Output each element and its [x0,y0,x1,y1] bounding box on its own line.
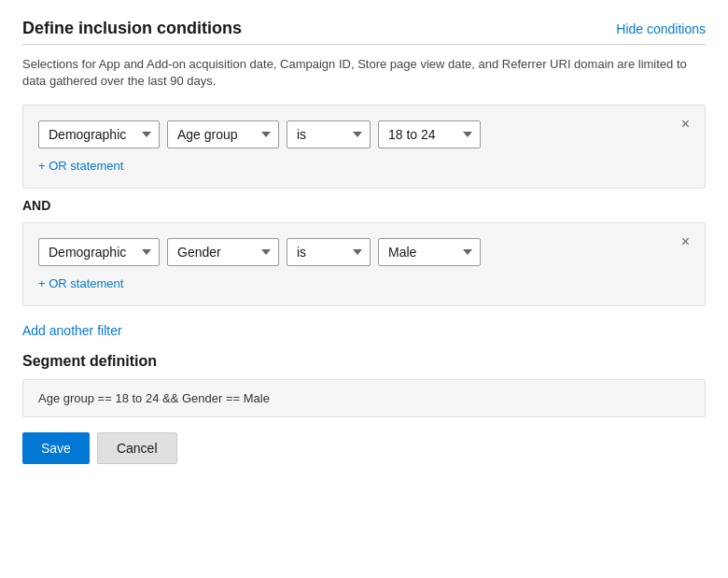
filter-1-operator-select[interactable]: is [287,120,371,148]
filter-1-row: Demographic Age group is 18 to 24 [38,120,690,148]
filter-2-operator-select[interactable]: is [287,238,371,266]
filter-1-field-select[interactable]: Age group [167,120,279,148]
filter-2-row: Demographic Gender is Male [38,238,690,266]
page-title: Define inclusion conditions [22,19,242,38]
filter-card-1: × Demographic Age group is 18 to 24 + OR… [22,105,706,189]
and-label: AND [22,198,706,213]
filter-2-field-select[interactable]: Gender [167,238,279,266]
segment-definition-text: Age group == 18 to 24 && Gender == Male [38,391,270,405]
filter-2-value-select[interactable]: Male [378,238,481,266]
segment-definition-box: Age group == 18 to 24 && Gender == Male [22,379,706,417]
close-filter-1-button[interactable]: × [678,115,693,134]
filter-1-value-select[interactable]: 18 to 24 [378,120,481,148]
page-container: Define inclusion conditions Hide conditi… [0,0,728,483]
filter-1-or-statement-link[interactable]: + OR statement [38,159,123,173]
filter-card-2: × Demographic Gender is Male + OR statem… [22,222,706,306]
filter-2-demographic-select[interactable]: Demographic [38,238,160,266]
filter-1-demographic-select[interactable]: Demographic [38,120,160,148]
cancel-button[interactable]: Cancel [97,432,177,464]
add-filter-link[interactable]: Add another filter [22,323,122,338]
save-button[interactable]: Save [22,432,90,464]
button-row: Save Cancel [22,432,706,464]
filter-2-or-statement-link[interactable]: + OR statement [38,276,123,290]
close-filter-2-button[interactable]: × [678,233,693,251]
segment-section-title: Segment definition [22,353,706,370]
info-text: Selections for App and Add-on acquisitio… [22,56,706,90]
hide-conditions-link[interactable]: Hide conditions [616,21,706,36]
header-row: Define inclusion conditions Hide conditi… [22,19,706,38]
section-divider [22,44,706,45]
segment-section: Segment definition Age group == 18 to 24… [22,353,706,417]
